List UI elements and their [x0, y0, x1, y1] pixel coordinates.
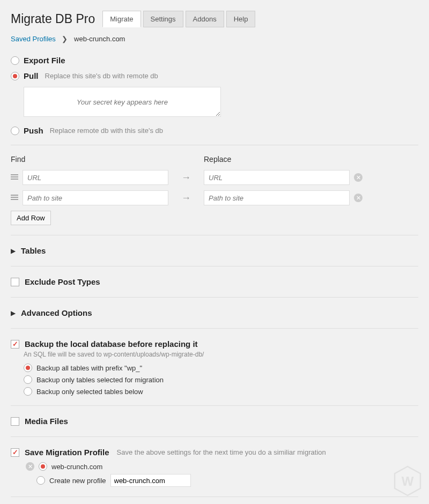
backup-selected-below-label: Backup only selected tables below — [36, 388, 143, 396]
find-input[interactable] — [23, 170, 168, 185]
backup-label: Backup the local database before replaci… — [25, 339, 198, 349]
section-advanced-options[interactable]: ▶ Advanced Options — [11, 307, 418, 318]
radio-backup-selected-below[interactable] — [24, 387, 32, 396]
push-desc: Replace remote db with this site's db — [50, 127, 163, 135]
find-input[interactable] — [23, 190, 168, 205]
section-tables[interactable]: ▶ Tables — [11, 245, 418, 256]
saved-profiles-link[interactable]: Saved Profiles — [11, 35, 56, 43]
export-label: Export File — [24, 56, 65, 65]
delete-row-icon[interactable]: ✕ — [354, 194, 363, 202]
radio-export[interactable] — [11, 56, 19, 65]
radio-existing-profile[interactable] — [39, 462, 47, 471]
add-row-button[interactable]: Add Row — [11, 211, 51, 225]
tabs: Migrate Settings Addons Help — [102, 11, 255, 27]
drag-handle-icon[interactable] — [11, 173, 18, 182]
tab-addons[interactable]: Addons — [186, 11, 224, 27]
replace-header: Replace — [204, 155, 231, 164]
watermark-icon: W — [391, 465, 424, 499]
section-media-files[interactable]: Media Files — [11, 416, 418, 427]
breadcrumb-current: web-crunch.com — [74, 35, 125, 43]
existing-profile-label: web-crunch.com — [51, 463, 102, 471]
checkbox-save-profile[interactable] — [11, 448, 19, 457]
tab-settings[interactable]: Settings — [143, 11, 183, 27]
checkbox-media-files[interactable] — [11, 417, 19, 426]
radio-backup-all[interactable] — [24, 364, 32, 372]
new-profile-name-input[interactable] — [110, 474, 191, 487]
tab-migrate[interactable]: Migrate — [102, 11, 140, 27]
triangle-right-icon: ▶ — [11, 247, 16, 255]
section-backup[interactable]: Backup the local database before replaci… — [11, 338, 418, 350]
arrow-right-icon: → — [173, 172, 199, 183]
arrow-right-icon: → — [173, 192, 199, 204]
tables-label: Tables — [21, 246, 46, 255]
tab-help[interactable]: Help — [226, 11, 256, 27]
pull-label: Pull — [24, 71, 39, 80]
find-replace-row: → ✕ — [11, 170, 418, 185]
save-profile-desc: Save the above settings for the next tim… — [117, 448, 326, 456]
find-replace-row: → ✕ — [11, 190, 418, 205]
breadcrumb: Saved Profiles ❯ web-crunch.com — [11, 35, 418, 43]
secret-key-input[interactable] — [24, 87, 221, 117]
delete-row-icon[interactable]: ✕ — [354, 173, 363, 182]
svg-text:W: W — [402, 474, 414, 488]
chevron-right-icon: ❯ — [62, 35, 68, 43]
page-title: Migrate DB Pro — [11, 12, 95, 26]
triangle-right-icon: ▶ — [11, 309, 16, 317]
radio-backup-selected-migration[interactable] — [24, 375, 32, 384]
section-exclude-post-types[interactable]: Exclude Post Types — [11, 276, 418, 287]
push-label: Push — [24, 126, 43, 135]
replace-input[interactable] — [204, 170, 350, 185]
delete-profile-icon[interactable]: ✕ — [26, 462, 34, 471]
radio-push[interactable] — [11, 127, 19, 135]
backup-selected-migration-label: Backup only tables selected for migratio… — [36, 376, 164, 384]
radio-pull[interactable] — [11, 72, 19, 80]
checkbox-exclude-post-types[interactable] — [11, 278, 19, 286]
find-header: Find — [11, 155, 204, 164]
replace-input[interactable] — [204, 190, 350, 205]
backup-desc: An SQL file will be saved to wp-content/… — [24, 351, 418, 358]
media-files-label: Media Files — [25, 417, 68, 426]
advanced-options-label: Advanced Options — [21, 308, 92, 317]
pull-desc: Replace this site's db with remote db — [45, 72, 158, 80]
backup-all-label: Backup all tables with prefix "wp_" — [36, 364, 142, 372]
save-profile-label: Save Migration Profile — [25, 448, 109, 457]
create-new-profile-label: Create new profile — [49, 477, 106, 485]
checkbox-backup[interactable] — [11, 340, 19, 349]
exclude-post-types-label: Exclude Post Types — [25, 277, 100, 286]
drag-handle-icon[interactable] — [11, 194, 18, 203]
radio-create-new-profile[interactable] — [36, 476, 45, 485]
section-save-profile[interactable]: Save Migration Profile Save the above se… — [11, 447, 418, 458]
